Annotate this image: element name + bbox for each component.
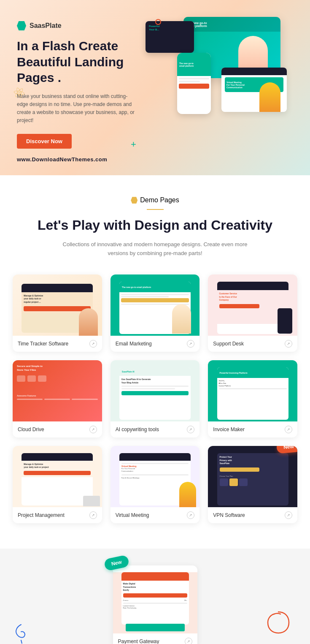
- card-footer-invoice: Invoice Maker: [208, 421, 297, 437]
- card-footer-time-tracker: Time Tracker Software: [13, 336, 102, 352]
- card-virtual-meeting[interactable]: Virtual Meeting For Your PersonalCommuni…: [111, 446, 200, 523]
- external-link-icon-project[interactable]: [89, 511, 97, 519]
- card-vpn-software[interactable]: New Protect YourPrivacy withSaasPlate Ch…: [208, 446, 297, 523]
- thumb-support-desk: Customer ServiceIs the Face of OurCompan…: [208, 274, 297, 336]
- card-label-time-tracker: Time Tracker Software: [18, 341, 68, 347]
- card-time-tracker[interactable]: Manage & Optimizeyour daily task orregul…: [13, 274, 102, 352]
- card-label-email: Email Marketing: [116, 341, 152, 347]
- card-label-payment: Payment Gateway: [118, 639, 159, 644]
- demo-title: Let's Play with Design and Creativity: [13, 217, 297, 234]
- card-grid-row2: Secure and Simple toStore Your Files Awe…: [13, 360, 297, 437]
- thumb-project-mgmt: Manage & Optimizeyour daily task or proj…: [13, 446, 102, 507]
- thumb-inner-vpn: Protect YourPrivacy withSaasPlate Choose…: [217, 453, 288, 505]
- external-link-icon-vpn[interactable]: [285, 511, 292, 519]
- card-payment-gateway[interactable]: Make DigitalTransactionsEasily 4 mos+ 56…: [113, 565, 197, 644]
- thumb-inner-payment: Make DigitalTransactionsEasily 4 mos+ 56…: [121, 572, 189, 624]
- card-label-invoice: Invoice Maker: [213, 427, 245, 432]
- demo-tag-underline: [147, 209, 164, 210]
- external-link-icon-payment[interactable]: [185, 638, 192, 644]
- card-cloud-drive[interactable]: Secure and Simple toStore Your Files Awe…: [13, 360, 102, 437]
- thumb-cloud-drive: Secure and Simple toStore Your Files Awe…: [13, 360, 102, 421]
- hero-logo-text: SaasPlate: [30, 22, 62, 30]
- demo-header: Demo Pages Let's Play with Design and Cr…: [13, 196, 297, 258]
- hero-left: SaasPlate In a Flash Create Beautiful La…: [17, 17, 146, 163]
- thumb-inner-project: Manage & Optimizeyour daily task or proj…: [22, 453, 93, 505]
- demo-section: Demo Pages Let's Play with Design and Cr…: [0, 175, 310, 549]
- card-label-cloud: Cloud Drive: [18, 427, 44, 432]
- deco-spiral-orange: [266, 610, 291, 637]
- external-link-icon-virtual[interactable]: [187, 511, 194, 519]
- payment-card-footer: Payment Gateway: [113, 633, 197, 644]
- thumb-time-tracker: Manage & Optimizeyour daily task orregul…: [13, 274, 102, 336]
- saasplate-logo-icon: [17, 21, 26, 30]
- hero-section: SaasPlate In a Flash Create Beautiful La…: [0, 0, 310, 175]
- hero-logo: SaasPlate: [17, 21, 146, 30]
- card-ai-copywriting[interactable]: SaasPlate AI Use SaasPlate AI to Generat…: [111, 360, 200, 437]
- thumb-inner-invoice: Powerful Invoicing Platform 28,376+All-i…: [217, 367, 288, 419]
- card-footer-support: Support Desk: [208, 336, 297, 352]
- thumb-inner-ai: SaasPlate AI Use SaasPlate AI to Generat…: [119, 367, 191, 419]
- card-footer-virtual: Virtual Meeting: [111, 507, 200, 523]
- hero-mockup-white: Virtual MeetingFor Your PersonalCommunic…: [221, 68, 287, 112]
- demo-tag-label: Demo Pages: [140, 196, 179, 204]
- deco-spiral-blue: [13, 622, 27, 644]
- thumb-virtual-meeting: Virtual Meeting For Your PersonalCommuni…: [111, 446, 200, 507]
- external-link-icon-cloud[interactable]: [89, 426, 97, 433]
- bottom-section: New Make DigitalTransactionsEasily 4 mos…: [0, 549, 310, 644]
- hero-mockup-phone: The new go-toemail platform: [177, 53, 211, 114]
- card-invoice-maker[interactable]: Powerful Invoicing Platform 28,376+All-i…: [208, 360, 297, 437]
- discover-button[interactable]: Discover Now: [17, 134, 72, 149]
- card-email-marketing[interactable]: The new go-to email platform Email Marke…: [111, 274, 200, 352]
- external-link-icon-ai[interactable]: [187, 426, 194, 433]
- thumb-inner-virtual: Virtual Meeting For Your PersonalCommuni…: [119, 453, 191, 505]
- card-support-desk[interactable]: Customer ServiceIs the Face of OurCompan…: [208, 274, 297, 352]
- card-label-virtual: Virtual Meeting: [116, 512, 149, 518]
- card-label-vpn: VPN Software: [213, 512, 245, 518]
- hero-right: The new go-toemail platform PowerfulYour…: [146, 17, 293, 152]
- thumb-inner: Manage & Optimizeyour daily task orregul…: [22, 284, 93, 333]
- demo-tag: Demo Pages: [13, 196, 297, 204]
- hero-title: In a Flash Create Beautiful Landing Page…: [17, 38, 143, 86]
- card-footer-cloud: Cloud Drive: [13, 421, 102, 437]
- deco-circle-top: [155, 19, 161, 25]
- card-footer-vpn: VPN Software: [208, 507, 297, 523]
- hero-url: www.DownloadNewThemes.com: [17, 156, 146, 163]
- thumb-ai-copy: SaasPlate AI Use SaasPlate AI to Generat…: [111, 360, 200, 421]
- card-label-ai: AI copywriting tools: [116, 427, 159, 432]
- hero-mockup-dark: PowerfulYour B...: [146, 21, 194, 53]
- card-grid-row3: Manage & Optimizeyour daily task or proj…: [13, 446, 297, 523]
- card-label-support: Support Desk: [213, 341, 244, 347]
- card-grid-row1: Manage & Optimizeyour daily task orregul…: [13, 274, 297, 352]
- thumb-email-marketing: The new go-to email platform: [111, 274, 200, 336]
- card-project-management[interactable]: Manage & Optimizeyour daily task or proj…: [13, 446, 102, 523]
- external-link-icon-invoice[interactable]: [285, 426, 292, 433]
- external-link-icon-time-tracker[interactable]: [89, 340, 97, 348]
- card-footer-ai: AI copywriting tools: [111, 421, 200, 437]
- card-label-project: Project Management: [18, 512, 65, 518]
- hero-description: Make your business stand out online with…: [17, 92, 135, 125]
- demo-tag-icon: [131, 197, 137, 204]
- card-footer-project: Project Management: [13, 507, 102, 523]
- external-link-icon-email[interactable]: [187, 340, 194, 348]
- card-footer-email: Email Marketing: [111, 336, 200, 352]
- demo-description: Collections of innovative and modern hom…: [58, 240, 252, 258]
- thumb-vpn: Protect YourPrivacy withSaasPlate Choose…: [208, 446, 297, 507]
- thumb-payment-gateway: Make DigitalTransactionsEasily 4 mos+ 56…: [113, 572, 197, 633]
- external-link-icon-support[interactable]: [285, 340, 292, 348]
- thumb-invoice-maker: Powerful Invoicing Platform 28,376+All-i…: [208, 360, 297, 421]
